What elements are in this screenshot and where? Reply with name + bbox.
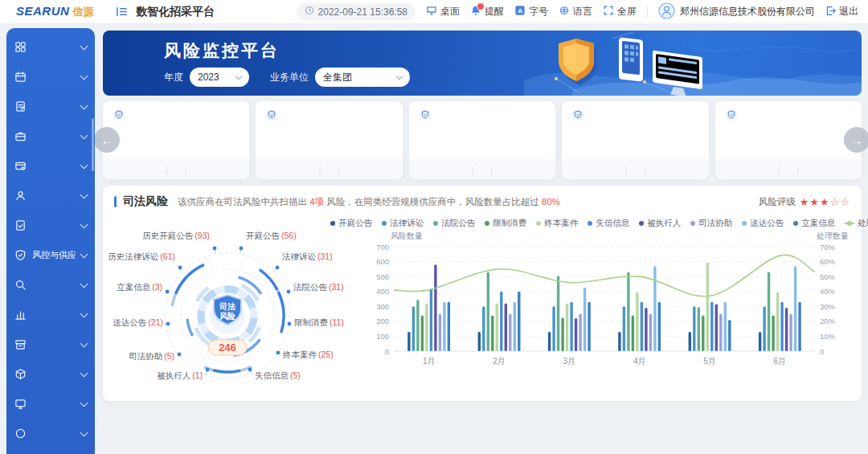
carousel-next-button[interactable]: → bbox=[844, 127, 868, 153]
avatar bbox=[658, 2, 675, 22]
topbar-action-语言[interactable]: 语言 bbox=[559, 5, 592, 18]
banner-illustration bbox=[524, 31, 862, 96]
sidebar-item-user[interactable] bbox=[6, 181, 95, 211]
topbar-action-label: 字号 bbox=[529, 5, 548, 18]
app-title: 数智化招采平台 bbox=[136, 5, 215, 19]
sidebar-item-风控与供应商信用[interactable]: 风控与供应商信用 bbox=[6, 240, 95, 270]
clock-widget: 2022-09-21 15:36:58 bbox=[297, 3, 416, 20]
logout-icon bbox=[825, 6, 836, 18]
sidebar-item-search[interactable] bbox=[6, 270, 95, 300]
chevron-down-icon bbox=[80, 72, 88, 80]
phone-illustration bbox=[619, 37, 643, 81]
svg-text:40%: 40% bbox=[820, 287, 836, 296]
divider: | bbox=[318, 165, 321, 174]
sidebar-item-file-check[interactable] bbox=[6, 211, 95, 240]
topbar-action-桌面[interactable]: 桌面 bbox=[426, 5, 460, 18]
judicial-total-badge: 246 bbox=[208, 340, 247, 355]
svg-text:5月: 5月 bbox=[703, 357, 716, 366]
sidebar-item-document-edit[interactable] bbox=[6, 92, 95, 121]
legend-item-立案信息[interactable]: 立案信息 bbox=[793, 218, 835, 229]
judicial-node-被执行人: 被执行人(1) bbox=[157, 370, 203, 381]
svg-text:20%: 20% bbox=[820, 317, 836, 325]
legend-item-处理率[interactable]: 处理率 bbox=[845, 218, 868, 229]
chevron-down-icon bbox=[80, 280, 88, 288]
legend-dot-icon bbox=[485, 221, 489, 226]
file-check-icon bbox=[14, 219, 27, 231]
sidebar: 风控与供应商信用 bbox=[6, 28, 95, 454]
divider: | bbox=[491, 165, 493, 174]
divider: | bbox=[624, 165, 627, 174]
topbar-action-label: 全屏 bbox=[617, 5, 637, 18]
legend-dot-icon bbox=[588, 221, 592, 226]
svg-text:300: 300 bbox=[376, 302, 389, 311]
document-edit-icon bbox=[14, 100, 27, 112]
legend-dot-icon bbox=[330, 221, 335, 226]
legend-item-开庭公告[interactable]: 开庭公告 bbox=[330, 218, 372, 229]
legend-dot-icon bbox=[639, 221, 644, 226]
svg-text:70%: 70% bbox=[820, 243, 836, 252]
briefcase-icon bbox=[14, 130, 27, 142]
business-unit-select[interactable]: 全集团 bbox=[315, 67, 410, 87]
ring-icon bbox=[14, 427, 27, 440]
sidebar-item-monitor[interactable] bbox=[6, 389, 95, 419]
year-select[interactable]: 2023 bbox=[190, 67, 249, 87]
fullscreen-icon bbox=[603, 5, 614, 18]
svg-text:100: 100 bbox=[376, 332, 389, 341]
svg-text:600: 600 bbox=[376, 257, 389, 266]
legend-item-失信信息[interactable]: 失信信息 bbox=[588, 218, 629, 229]
legend-item-限制消费[interactable]: 限制消费 bbox=[485, 218, 526, 229]
divider: | bbox=[166, 165, 168, 174]
legend-item-送达公告[interactable]: 送达公告 bbox=[742, 218, 784, 229]
svg-text:200: 200 bbox=[376, 317, 389, 325]
divider: | bbox=[644, 165, 646, 174]
shield-icon bbox=[14, 249, 27, 261]
legend-dot-icon bbox=[690, 221, 695, 226]
model-card-投标风险模型: | | bbox=[256, 101, 402, 179]
collapse-menu-icon[interactable] bbox=[116, 6, 128, 18]
dashboard-icon bbox=[14, 41, 27, 53]
bar-line-chart: 风险数量处理数量0100200300400500600700010%20%30%… bbox=[360, 229, 854, 375]
legend-item-法院公告[interactable]: 法院公告 bbox=[433, 218, 475, 229]
sidebar-item-ring[interactable] bbox=[6, 419, 95, 448]
user-account[interactable]: 郑州信源信息技术股份有限公司 bbox=[658, 2, 815, 22]
sidebar-scrollbar[interactable] bbox=[92, 118, 94, 171]
sidebar-item-calendar[interactable] bbox=[6, 62, 95, 92]
sidebar-item-archive[interactable] bbox=[6, 329, 95, 359]
svg-text:2月: 2月 bbox=[493, 357, 506, 366]
sidebar-item-briefcase[interactable] bbox=[6, 121, 95, 151]
svg-text:700: 700 bbox=[376, 243, 389, 252]
sidebar-item-cube[interactable] bbox=[6, 359, 95, 389]
legend-item-司法协助[interactable]: 司法协助 bbox=[690, 218, 732, 229]
card-settings-icon bbox=[14, 160, 27, 172]
clock-icon bbox=[305, 6, 314, 18]
chart-legend: 开庭公告法律诉讼法院公告限制消费终本案件失信信息被执行人司法协助送达公告立案信息… bbox=[360, 218, 854, 229]
topbar-action-全屏[interactable]: 全屏 bbox=[603, 5, 637, 18]
sidebar-item-dashboard[interactable] bbox=[6, 32, 95, 62]
rating-label: 风险评级 bbox=[759, 196, 796, 208]
topbar-action-提醒[interactable]: 提醒 bbox=[470, 5, 504, 18]
sidebar-item-chart[interactable] bbox=[6, 300, 95, 329]
topbar-action-字号[interactable]: A字号 bbox=[514, 5, 548, 18]
chevron-down-icon bbox=[80, 42, 88, 50]
divider bbox=[647, 6, 648, 18]
sidebar-item-card-settings[interactable] bbox=[6, 151, 95, 181]
legend-item-终本案件[interactable]: 终本案件 bbox=[536, 218, 578, 229]
bell-icon bbox=[470, 5, 481, 18]
svg-text:500: 500 bbox=[376, 272, 389, 281]
sidebar-item-lock[interactable] bbox=[6, 448, 95, 454]
section-description: 该供应商在司法风险中共扫描出 4项 风险，在同类经营规模供应商中，风险数量占比超… bbox=[178, 196, 752, 208]
topbar: SEARUN 信源 数智化招采平台 2022-09-21 15:36:58 桌面… bbox=[0, 0, 868, 24]
chevron-down-icon bbox=[80, 101, 88, 109]
judicial-node-终本案件: 终本案件(25) bbox=[283, 349, 334, 360]
model-card-评标风险模型: | | bbox=[715, 101, 862, 179]
legend-item-法律诉讼[interactable]: 法律诉讼 bbox=[382, 218, 424, 229]
judicial-risk-panel: 司法风险 该供应商在司法风险中共扫描出 4项 风险，在同类经营规模供应商中，风险… bbox=[103, 186, 862, 401]
carousel-prev-button[interactable]: ← bbox=[94, 127, 120, 153]
judicial-node-法律诉讼: 法律诉讼(31) bbox=[282, 251, 333, 262]
logout-button[interactable]: 退出 bbox=[825, 5, 858, 18]
unit-filter-label: 业务单位 bbox=[270, 71, 309, 84]
logout-label: 退出 bbox=[839, 5, 858, 18]
legend-dot-icon bbox=[433, 221, 438, 226]
legend-item-被执行人[interactable]: 被执行人 bbox=[639, 218, 681, 229]
cube-icon bbox=[14, 368, 27, 380]
